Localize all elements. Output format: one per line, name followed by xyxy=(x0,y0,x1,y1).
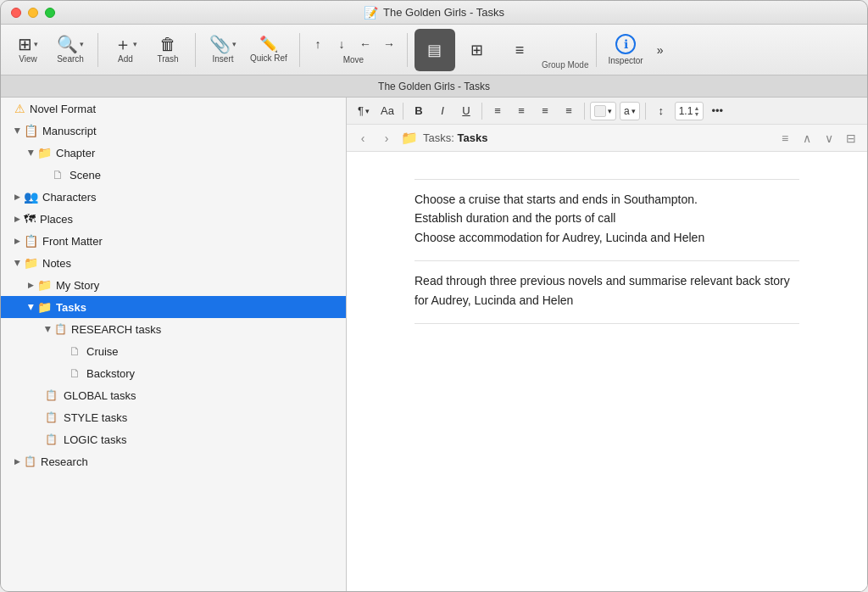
places-icon: 🗺 xyxy=(24,212,36,226)
divider-bottom xyxy=(415,323,799,324)
align-left-icon: ≡ xyxy=(494,104,501,117)
more-format-button[interactable]: ••• xyxy=(707,101,727,121)
expand-icon: ▶ xyxy=(14,457,20,466)
move-right-button[interactable]: → xyxy=(378,35,400,53)
font-size-button[interactable]: Aa xyxy=(377,101,398,121)
sidebar-item-front-matter[interactable]: ▶ 📋 Front Matter xyxy=(1,230,346,252)
align-right-icon: ≡ xyxy=(542,104,548,117)
view-icon: ⊞ xyxy=(18,36,32,53)
fmt-sep-4 xyxy=(645,103,646,120)
editor-content[interactable]: Choose a cruise that starts and ends in … xyxy=(347,152,867,592)
sidebar-item-tasks[interactable]: ▶ 📁 Tasks xyxy=(1,296,346,318)
add-button[interactable]: ＋ ▾ Add xyxy=(105,29,146,71)
align-justify-button[interactable]: ≡ xyxy=(559,101,579,121)
expand-icon: ▶ xyxy=(14,260,22,266)
sidebar-item-cruise[interactable]: 🗋 Cruise xyxy=(1,340,346,362)
sidebar-item-logic-tasks[interactable]: 📋 LOGIC tasks xyxy=(1,428,346,450)
paragraph-style-button[interactable]: ¶ ▾ xyxy=(353,101,374,121)
editor-line-3: Choose accommodation for Audrey, Lucinda… xyxy=(415,228,799,247)
outline-icon: ≡ xyxy=(515,42,525,58)
sidebar-item-style-tasks[interactable]: 📋 STYLE tasks xyxy=(1,406,346,428)
expand-icon: ▶ xyxy=(27,150,36,156)
bold-button[interactable]: B xyxy=(409,101,429,121)
nav-split-button[interactable]: ⊟ xyxy=(842,129,860,148)
nav-menu-button[interactable]: ≡ xyxy=(776,129,794,148)
insert-button[interactable]: 📎 ▾ Insert xyxy=(203,29,243,71)
move-up-button[interactable]: ↑ xyxy=(307,35,329,53)
trash-button[interactable]: 🗑 Trash xyxy=(147,29,188,71)
line-height-button[interactable]: ↕ xyxy=(651,101,671,121)
view-button[interactable]: ⊞ ▾ View xyxy=(8,29,48,71)
groupmode-outline-button[interactable]: ≡ xyxy=(499,29,540,71)
stepper[interactable]: ▲ ▼ xyxy=(693,105,699,117)
text-highlight-select[interactable]: a ▾ xyxy=(620,102,640,120)
toolbar-sep-1 xyxy=(97,33,98,67)
highlight-label: a xyxy=(624,105,630,117)
sidebar-item-chapter[interactable]: ▶ 📁 Chapter xyxy=(1,142,346,164)
sidebar-item-scene[interactable]: 🗋 Scene xyxy=(1,164,346,186)
italic-button[interactable]: I xyxy=(432,101,453,121)
sidebar-item-research[interactable]: ▶ 📋 Research xyxy=(1,450,346,472)
nav-prev-button[interactable]: ∧ xyxy=(798,129,816,148)
groupmode-scrivenings-button[interactable]: ▤ xyxy=(415,29,455,71)
maximize-button[interactable] xyxy=(45,8,55,18)
inspector-button[interactable]: ℹ Inspector xyxy=(604,29,648,71)
sidebar-item-characters[interactable]: ▶ 👥 Characters xyxy=(1,186,346,208)
move-down-button[interactable]: ↓ xyxy=(331,35,353,53)
toolbar: ⊞ ▾ View 🔍 ▾ Search ＋ ▾ Add 🗑 Trash 📎 ▾ … xyxy=(1,25,867,75)
traffic-lights xyxy=(11,8,55,18)
toolbar-sep-2 xyxy=(195,33,196,67)
titlebar: 📝 The Golden Girls - Tasks xyxy=(1,1,867,25)
sidebar-item-global-tasks[interactable]: 📋 GLOBAL tasks xyxy=(1,384,346,406)
sidebar-item-backstory[interactable]: 🗋 Backstory xyxy=(1,362,346,384)
characters-icon: 👥 xyxy=(24,190,38,204)
quickref-icon: ✏️ xyxy=(259,36,278,52)
stepper-down[interactable]: ▼ xyxy=(693,111,699,117)
sidebar-item-research-tasks[interactable]: ▶ 📋 RESEARCH tasks xyxy=(1,318,346,340)
notes-folder-icon: 📁 xyxy=(24,256,38,270)
search-icon: 🔍 xyxy=(57,36,78,53)
sidebar-item-my-story[interactable]: ▶ 📁 My Story xyxy=(1,274,346,296)
tasks-folder-icon: 📁 xyxy=(37,300,52,314)
inspector-icon: ℹ xyxy=(615,34,636,54)
nav-right-controls: ≡ ∧ ∨ ⊟ xyxy=(776,129,860,148)
align-center-button[interactable]: ≡ xyxy=(511,101,531,121)
frontmatter-icon: 📋 xyxy=(24,234,38,248)
close-button[interactable] xyxy=(11,8,21,18)
toolbar-sep-5 xyxy=(596,33,597,67)
quickref-button[interactable]: ✏️ Quick Ref xyxy=(245,29,292,71)
window-title: 📝 The Golden Girls - Tasks xyxy=(364,6,504,20)
move-left-button[interactable]: ← xyxy=(354,35,376,53)
line-height-icon: ↕ xyxy=(658,104,664,117)
main-layout: ⚠ Novel Format ▶ 📋 Manuscript ▶ 📁 Chapte… xyxy=(1,98,867,592)
nav-next-button[interactable]: ∨ xyxy=(820,129,838,148)
sidebar-item-manuscript[interactable]: ▶ 📋 Manuscript xyxy=(1,120,346,142)
toolbar-sep-3 xyxy=(299,33,300,67)
nav-forward-button[interactable]: › xyxy=(377,129,396,148)
backstory-page-icon: 🗋 xyxy=(69,366,81,380)
corkboard-icon: ⊞ xyxy=(470,42,483,58)
trash-icon: 🗑 xyxy=(159,36,176,53)
research-folder-icon: 📋 xyxy=(54,323,67,335)
text-color-select[interactable]: ▾ xyxy=(590,102,616,120)
sidebar-item-novel-format[interactable]: ⚠ Novel Format xyxy=(1,98,346,120)
align-justify-icon: ≡ xyxy=(565,104,572,117)
sidebar-item-places[interactable]: ▶ 🗺 Places xyxy=(1,208,346,230)
minimize-button[interactable] xyxy=(28,8,38,18)
sidebar-item-notes[interactable]: ▶ 📁 Notes xyxy=(1,252,346,274)
editor-line-2: Establish duration and the ports of call xyxy=(415,209,799,227)
align-left-button[interactable]: ≡ xyxy=(487,101,508,121)
search-button[interactable]: 🔍 ▾ Search xyxy=(50,29,91,71)
nav-back-button[interactable]: ‹ xyxy=(353,129,372,148)
underline-button[interactable]: U xyxy=(456,101,476,121)
nav-folder-icon: 📁 xyxy=(401,130,418,146)
align-right-button[interactable]: ≡ xyxy=(535,101,555,121)
line-spacing-input[interactable]: 1.1 ▲ ▼ xyxy=(675,102,704,120)
bold-icon: B xyxy=(415,104,422,117)
page-icon: 🗋 xyxy=(52,168,64,182)
underline-icon: U xyxy=(462,104,470,117)
stepper-up[interactable]: ▲ xyxy=(693,105,699,111)
more-toolbar-button[interactable]: » xyxy=(650,29,670,71)
groupmode-corkboard-button[interactable]: ⊞ xyxy=(457,29,498,71)
folder-icon: 📁 xyxy=(37,146,52,159)
